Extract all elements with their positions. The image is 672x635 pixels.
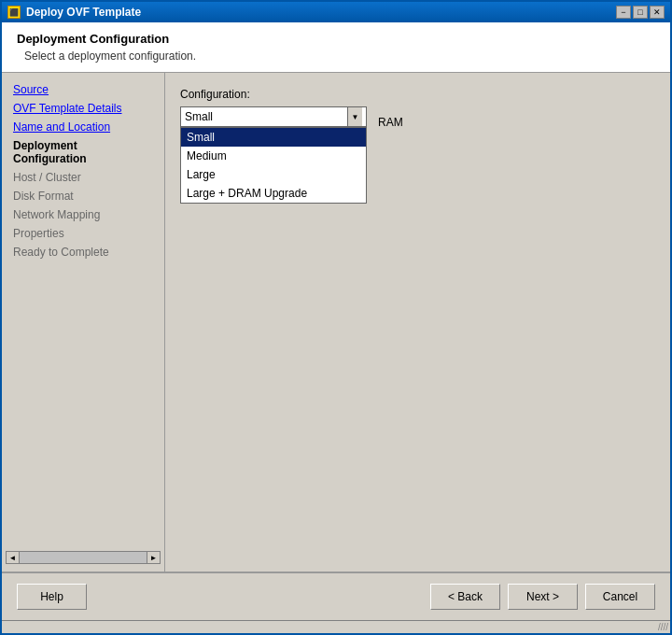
scrollbar-track[interactable] — [20, 552, 147, 563]
main-content: Source OVF Template Details Name and Loc… — [2, 73, 670, 572]
content-panel: Configuration: Small ▼ Small Medium Larg… — [165, 73, 670, 572]
sidebar: Source OVF Template Details Name and Loc… — [2, 73, 165, 572]
sidebar-scrollbar: ◄ ► — [6, 551, 161, 564]
header-title: Deployment Configuration — [17, 32, 655, 46]
sidebar-item-properties: Properties — [6, 224, 161, 243]
config-select[interactable]: Small ▼ — [180, 106, 367, 127]
sidebar-item-ready-to-complete: Ready to Complete — [6, 243, 161, 261]
next-button[interactable]: Next > — [508, 584, 578, 610]
select-arrow-icon[interactable]: ▼ — [347, 107, 362, 126]
sidebar-item-host-cluster: Host / Cluster — [6, 168, 161, 187]
sidebar-item-deployment-configuration: Deployment Configuration — [6, 136, 161, 168]
navigation-buttons: < Back Next > Cancel — [430, 584, 655, 610]
window-icon: ⬛ — [7, 6, 21, 19]
dropdown-option-large-dram[interactable]: Large + DRAM Upgrade — [181, 184, 366, 203]
sidebar-item-network-mapping: Network Mapping — [6, 205, 161, 224]
dropdown-option-large[interactable]: Large — [181, 165, 366, 184]
ram-label: RAM — [378, 116, 403, 129]
resize-grip: //// — [658, 622, 668, 632]
bottom-area: Help < Back Next > Cancel — [2, 572, 670, 620]
back-button[interactable]: < Back — [430, 584, 500, 610]
help-button[interactable]: Help — [17, 584, 87, 610]
header-subtitle: Select a deployment configuration. — [17, 49, 655, 63]
dropdown-option-small[interactable]: Small — [181, 128, 366, 147]
select-value: Small — [185, 110, 213, 123]
sidebar-item-disk-format: Disk Format — [6, 187, 161, 205]
minimize-button[interactable]: − — [616, 6, 631, 19]
cancel-button[interactable]: Cancel — [585, 584, 655, 610]
titlebar: ⬛ Deploy OVF Template − □ ✕ — [2, 2, 670, 22]
close-button[interactable]: ✕ — [650, 6, 665, 19]
help-button-wrapper: Help — [17, 584, 87, 610]
header-area: Deployment Configuration Select a deploy… — [2, 22, 670, 73]
scroll-right-button[interactable]: ► — [147, 552, 160, 563]
titlebar-title-group: ⬛ Deploy OVF Template — [7, 6, 141, 19]
sidebar-item-name-and-location[interactable]: Name and Location — [6, 118, 161, 136]
main-window: ⬛ Deploy OVF Template − □ ✕ Deployment C… — [0, 0, 672, 635]
scroll-left-button[interactable]: ◄ — [7, 552, 20, 563]
sidebar-items: Source OVF Template Details Name and Loc… — [6, 80, 161, 316]
dropdown-option-medium[interactable]: Medium — [181, 147, 366, 165]
sidebar-item-source[interactable]: Source — [6, 80, 161, 99]
maximize-button[interactable]: □ — [633, 6, 648, 19]
sidebar-item-ovf-template-details[interactable]: OVF Template Details — [6, 99, 161, 118]
select-container: Small ▼ Small Medium Large Large + DRAM … — [180, 106, 367, 127]
status-bar: //// — [2, 620, 670, 633]
titlebar-controls: − □ ✕ — [616, 6, 665, 19]
config-label: Configuration: — [180, 88, 655, 101]
sidebar-wrapper: Source OVF Template Details Name and Loc… — [6, 80, 161, 564]
config-dropdown[interactable]: Small Medium Large Large + DRAM Upgrade — [180, 127, 367, 204]
window-title: Deploy OVF Template — [26, 6, 141, 19]
